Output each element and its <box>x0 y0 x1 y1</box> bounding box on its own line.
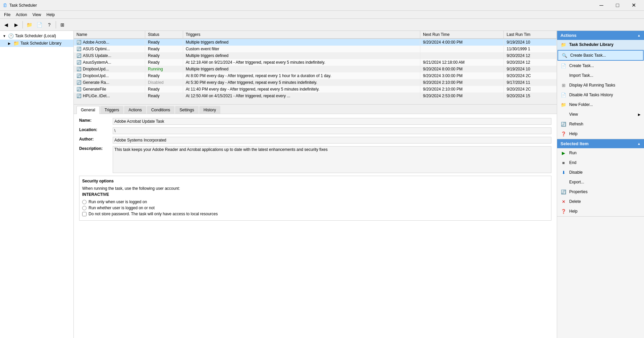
back-button[interactable]: ◀ <box>1 20 11 30</box>
new-button[interactable]: 📄 <box>35 20 44 30</box>
actions-header-label: Actions <box>560 33 577 38</box>
task-last-run-cell: 9/20/2024 12 <box>504 52 557 59</box>
field-value-description[interactable]: This task keeps your Adobe Reader and Ac… <box>113 146 551 173</box>
action-properties[interactable]: 🔄 Properties <box>557 187 644 197</box>
radio-logged-on[interactable] <box>82 200 87 204</box>
action-icon-display-running: ⊞ <box>560 82 567 88</box>
table-row[interactable]: 🔄AsusSystemA...ReadyAt 12:18 AM on 9/21/… <box>74 59 557 66</box>
action-create-basic-task[interactable]: 🔍 Create Basic Task... <box>557 50 644 61</box>
table-row[interactable]: 🔄GenerateFileReadyAt 11:40 PM every day … <box>74 86 557 93</box>
open-button[interactable]: 📁 <box>24 20 34 30</box>
action-view[interactable]: View ▶ <box>557 110 644 119</box>
field-value-location[interactable]: \ <box>113 127 551 134</box>
close-button[interactable]: ✕ <box>626 0 641 11</box>
tab-actions[interactable]: Actions <box>124 106 146 114</box>
tree-icon-library: 📁 <box>13 41 19 46</box>
tab-triggers[interactable]: Triggers <box>100 106 124 114</box>
task-status-cell: Ready <box>145 93 183 99</box>
col-header-triggers[interactable]: Triggers <box>183 31 420 39</box>
action-help[interactable]: ❓ Help <box>557 129 644 139</box>
task-status-cell: Ready <box>145 59 183 66</box>
field-value-author[interactable]: Adobe Systems Incorporated <box>113 137 551 144</box>
field-value-name[interactable]: Adobe Acrobat Update Task <box>113 118 551 125</box>
radio-row-logged-off: Run whether user is logged on or not <box>82 206 548 210</box>
task-last-run-cell: 9/19/2024 10 <box>504 39 557 46</box>
action-label-new-folder: New Folder... <box>569 102 593 107</box>
grid-button[interactable]: ⊞ <box>58 20 67 30</box>
checkbox-no-password[interactable] <box>82 212 87 216</box>
action-delete[interactable]: ✕ Delete <box>557 197 644 207</box>
tab-general[interactable]: General <box>76 106 100 114</box>
task-next-run-cell <box>420 52 504 59</box>
tree-expand-local[interactable]: ▼ <box>3 34 7 38</box>
menu-help[interactable]: Help <box>44 11 58 19</box>
field-row-location: Location: \ <box>79 127 551 134</box>
table-row[interactable]: 🔄ASUS Update...ReadyMultiple triggers de… <box>74 52 557 59</box>
tab-settings[interactable]: Settings <box>175 106 198 114</box>
action-display-running[interactable]: ⊞ Display All Running Tasks <box>557 80 644 90</box>
task-last-run-cell: 9/19/2024 10 <box>504 66 557 72</box>
help-toolbar-button[interactable]: ? <box>45 20 54 30</box>
tree-item-local[interactable]: ▼ 🕐 Task Scheduler (Local) <box>0 32 73 40</box>
table-row[interactable]: 🔄ASUS Optimi...ReadyCustom event filter1… <box>74 46 557 52</box>
action-label-disable: Disable <box>569 170 583 175</box>
task-next-run-cell: 9/20/2024 2:10:00 PM <box>420 86 504 93</box>
task-next-run-cell <box>420 46 504 52</box>
forward-button[interactable]: ▶ <box>11 20 21 30</box>
action-label-create-task: Create Task... <box>569 63 594 68</box>
table-row[interactable]: 🔄HPLiGe..tDet...ReadyAt 12:50 AM on 4/15… <box>74 93 557 99</box>
action-label-export: Export... <box>569 180 584 184</box>
tree-item-library[interactable]: ▶ 📁 Task Scheduler Library <box>0 40 73 47</box>
col-header-name[interactable]: Name <box>74 31 145 39</box>
center-panel: Name Status Triggers Next Run Time Last … <box>74 31 557 338</box>
action-import-task[interactable]: Import Task... <box>557 71 644 80</box>
maximize-button[interactable]: □ <box>610 0 625 11</box>
tree-expand-library[interactable]: ▶ <box>8 42 12 45</box>
action-icon-import-task <box>560 72 567 78</box>
task-next-run-cell: 9/20/2024 3:00:00 PM <box>420 72 504 79</box>
task-list[interactable]: Name Status Triggers Next Run Time Last … <box>74 31 557 105</box>
table-row[interactable]: 🔄Generate Ra...DisabledAt 5:30 PM every … <box>74 79 557 86</box>
action-disable-history[interactable]: 📄 Disable All Tasks History <box>557 90 644 100</box>
action-subheader-library[interactable]: 📁 Task Scheduler Library <box>557 40 644 50</box>
actions-header-collapse[interactable]: ▲ <box>637 34 641 37</box>
field-label-description: Description: <box>79 146 113 151</box>
task-status-cell: Ready <box>145 52 183 59</box>
action-end[interactable]: ■ End <box>557 158 644 168</box>
minimize-button[interactable]: ─ <box>594 0 609 11</box>
action-export[interactable]: Export... <box>557 177 644 187</box>
action-refresh[interactable]: 🔄 Refresh <box>557 119 644 129</box>
col-header-status[interactable]: Status <box>145 31 183 39</box>
task-icon: 🔄 <box>76 53 82 58</box>
action-help2[interactable]: ❓ Help <box>557 207 644 216</box>
radio-row-logged-on: Run only when user is logged on <box>82 200 548 204</box>
task-next-run-cell: 9/21/2024 12:18:00 AM <box>420 59 504 66</box>
col-header-last-run[interactable]: Last Run Tim <box>504 31 557 39</box>
menu-bar: File Action View Help <box>0 11 644 19</box>
toolbar-separator-1 <box>22 21 23 29</box>
task-last-run-cell: 9/17/2024 11 <box>504 79 557 86</box>
selected-item-collapse[interactable]: ▲ <box>637 142 641 146</box>
menu-action[interactable]: Action <box>13 11 30 19</box>
table-row[interactable]: 🔄DropboxUpd...RunningMultiple triggers d… <box>74 66 557 72</box>
menu-file[interactable]: File <box>1 11 13 19</box>
action-new-folder[interactable]: 📁 New Folder... <box>557 100 644 110</box>
action-create-task[interactable]: 📄 Create Task... <box>557 61 644 71</box>
action-icon-new-folder: 📁 <box>560 102 567 108</box>
col-header-next-run[interactable]: Next Run Time <box>420 31 504 39</box>
tab-conditions[interactable]: Conditions <box>147 106 175 114</box>
action-disable[interactable]: ⬇ Disable <box>557 168 644 177</box>
table-row[interactable]: 🔄Adobe Acrob...ReadyMultiple triggers de… <box>74 39 557 46</box>
task-icon: 🔄 <box>76 47 82 51</box>
radio-logged-off[interactable] <box>82 206 87 210</box>
action-icon-run: ▶ <box>560 150 567 156</box>
action-icon-refresh: 🔄 <box>560 121 567 127</box>
security-section: Security options When running the task, … <box>79 176 551 221</box>
menu-view[interactable]: View <box>30 11 44 19</box>
table-row[interactable]: 🔄DropboxUpd...ReadyAt 8:00 PM every day … <box>74 72 557 79</box>
app-icon: 🗓 <box>3 3 7 8</box>
action-run[interactable]: ▶ Run <box>557 148 644 158</box>
main-layout: ▼ 🕐 Task Scheduler (Local) ▶ 📁 Task Sche… <box>0 31 644 338</box>
title-bar: 🗓 Task Scheduler ─ □ ✕ <box>0 0 644 11</box>
tab-history[interactable]: History <box>199 106 220 114</box>
